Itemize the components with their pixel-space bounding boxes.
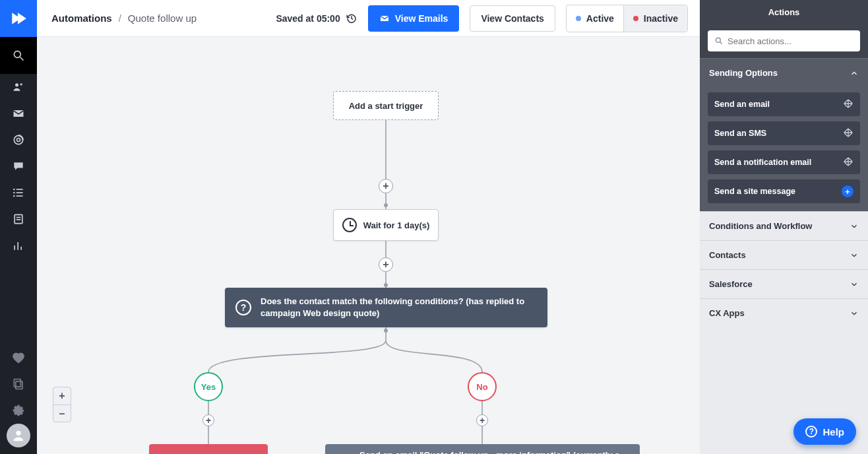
breadcrumb: Automations / Quote follow up [51, 13, 197, 24]
svg-line-33 [720, 42, 722, 44]
nav-forms[interactable] [0, 206, 37, 232]
status-active[interactable]: Active [567, 5, 623, 32]
action-label: Send an email [714, 100, 770, 109]
svg-point-11 [13, 192, 15, 194]
svg-point-32 [716, 38, 720, 42]
zoom-in[interactable]: + [53, 387, 71, 405]
nav-search[interactable] [0, 37, 37, 74]
zoom-out[interactable]: – [53, 405, 71, 422]
brand-logo[interactable] [0, 0, 37, 37]
add-step-2[interactable]: + [379, 257, 393, 272]
section-sending-label: Sending Options [709, 68, 778, 78]
saved-status-text: Saved at 05:00 [276, 13, 340, 24]
status-active-label: Active [586, 13, 614, 24]
section-sending-items: Send an email Send an SMS Send a notific… [700, 87, 868, 211]
view-emails-label: View Emails [395, 13, 449, 24]
actions-panel: Actions Sending Options Send an email Se… [700, 0, 868, 454]
mail-icon [379, 13, 390, 24]
nav-favorites[interactable] [0, 344, 37, 371]
action-send-notification[interactable]: Send a notification email [708, 150, 860, 174]
nav-settings[interactable] [0, 397, 37, 424]
actions-panel-title: Actions [700, 0, 868, 24]
avatar[interactable] [7, 424, 30, 447]
action-label: Send an SMS [714, 129, 766, 138]
svg-line-1 [20, 57, 24, 61]
end-automation-node[interactable]: End this automation [149, 444, 268, 454]
add-step-1[interactable]: + [379, 179, 393, 193]
nav-automations[interactable] [0, 127, 37, 153]
branch-no-label: No [476, 382, 487, 392]
wait-label: Wait for 1 day(s) [363, 220, 430, 230]
history-icon[interactable] [346, 13, 357, 24]
question-icon: ? [235, 300, 251, 315]
nav-copy[interactable] [0, 371, 37, 397]
nav-lists[interactable] [0, 179, 37, 206]
svg-rect-19 [16, 381, 22, 389]
chevron-down-icon [850, 251, 859, 260]
chevron-up-icon [850, 69, 859, 78]
search-icon [714, 36, 724, 46]
chevron-down-icon [850, 280, 859, 289]
actions-search[interactable] [708, 30, 860, 51]
svg-point-21 [16, 431, 20, 436]
action-send-sms[interactable]: Send an SMS [708, 121, 860, 145]
branch-yes[interactable]: Yes [194, 372, 223, 401]
add-step-yes[interactable]: + [202, 414, 214, 426]
status-inactive-label: Inactive [644, 13, 678, 24]
start-trigger[interactable]: Add a start trigger [333, 91, 439, 120]
action-label: Send a notification email [714, 158, 811, 167]
status-inactive[interactable]: Inactive [623, 5, 687, 32]
view-emails-button[interactable]: View Emails [368, 5, 460, 32]
zoom-controls: + – [53, 387, 71, 422]
svg-point-24 [384, 203, 388, 207]
help-icon: ? [805, 426, 817, 438]
action-send-email[interactable]: Send an email [708, 92, 860, 116]
svg-point-26 [384, 283, 388, 287]
wait-node[interactable]: Wait for 1 day(s) [333, 209, 439, 241]
condition-node[interactable]: ? Does the contact match the following c… [225, 288, 547, 327]
saved-status: Saved at 05:00 [276, 13, 357, 24]
drag-handle-icon [843, 156, 853, 169]
add-step-no[interactable]: + [476, 414, 488, 426]
dot-active-icon [576, 16, 581, 21]
svg-point-2 [15, 83, 18, 86]
svg-point-10 [13, 189, 15, 191]
svg-rect-20 [14, 379, 20, 387]
section-contacts-label: Contacts [709, 250, 746, 260]
section-cxapps[interactable]: CX Apps [700, 298, 868, 327]
drag-handle-icon [843, 127, 853, 140]
section-salesforce[interactable]: Salesforce [700, 269, 868, 298]
topbar: Automations / Quote follow up Saved at 0… [37, 0, 700, 37]
section-sending[interactable]: Sending Options [700, 58, 868, 87]
nav-conversations[interactable] [0, 153, 37, 179]
branch-no[interactable]: No [468, 372, 497, 401]
automation-canvas[interactable]: Add a start trigger + Wait for 1 day(s) … [37, 37, 700, 454]
section-conditions-label: Conditions and Workflow [709, 221, 812, 231]
nav-campaigns[interactable] [0, 100, 37, 127]
nav-reports[interactable] [0, 232, 37, 259]
send-email-node[interactable]: Send an email "Quote follow up - more in… [325, 444, 640, 454]
help-button[interactable]: ? Help [793, 418, 856, 445]
start-trigger-label: Add a start trigger [349, 101, 423, 111]
actions-search-input[interactable] [728, 36, 853, 46]
chevron-down-icon [850, 309, 859, 318]
section-contacts[interactable]: Contacts [700, 240, 868, 269]
action-site-message[interactable]: Send a site message + [708, 179, 860, 203]
clock-icon [342, 218, 357, 232]
svg-point-6 [17, 139, 20, 142]
svg-point-28 [384, 329, 388, 333]
svg-point-0 [14, 51, 20, 57]
svg-point-3 [20, 83, 22, 85]
condition-text: Does the contact match the following con… [261, 296, 537, 319]
section-conditions[interactable]: Conditions and Workflow [700, 211, 868, 240]
drag-handle-icon [843, 98, 853, 111]
chevron-down-icon [850, 222, 859, 231]
nav-contacts[interactable] [0, 74, 37, 100]
breadcrumb-root[interactable]: Automations [51, 13, 112, 24]
breadcrumb-sep: / [119, 13, 121, 24]
section-salesforce-label: Salesforce [709, 279, 753, 289]
svg-point-12 [13, 195, 15, 197]
section-cxapps-label: CX Apps [709, 308, 745, 318]
branch-yes-label: Yes [201, 382, 216, 392]
view-contacts-button[interactable]: View Contacts [470, 5, 555, 32]
